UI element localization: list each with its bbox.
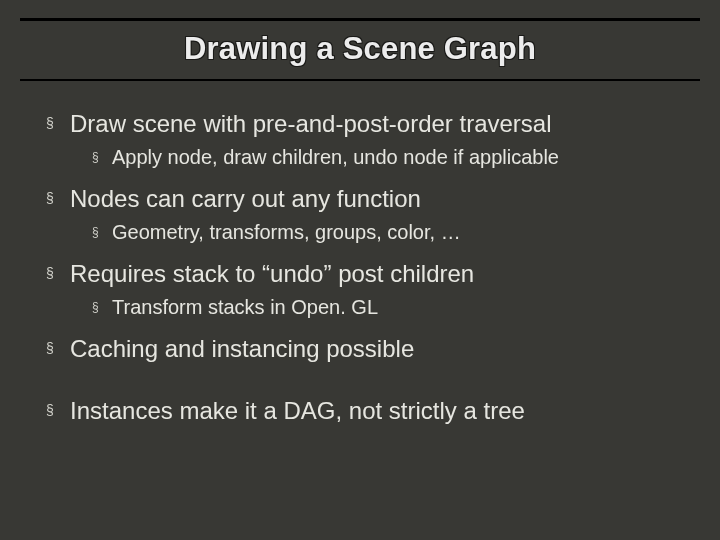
slide-content: § Draw scene with pre-and-post-order tra… [20,109,700,426]
section-icon: § [46,191,56,205]
section-icon: § [92,301,100,313]
list-item-text: Nodes can carry out any function [70,184,421,214]
section-icon: § [46,341,56,355]
list-item-text: Draw scene with pre-and-post-order trave… [70,109,552,139]
list-item-text: Geometry, transforms, groups, color, … [112,220,461,245]
list-item: § Apply node, draw children, undo node i… [28,145,700,170]
section-icon: § [46,403,56,417]
list-item-text: Caching and instancing possible [70,334,414,364]
section-icon: § [92,151,100,163]
list-item: § Draw scene with pre-and-post-order tra… [28,109,700,139]
list-item: § Geometry, transforms, groups, color, … [28,220,700,245]
section-icon: § [92,226,100,238]
list-item-text: Requires stack to “undo” post children [70,259,474,289]
slide-title: Drawing a Scene Graph [20,31,700,67]
list-item: § Requires stack to “undo” post children [28,259,700,289]
list-item: § Caching and instancing possible [28,334,700,364]
section-icon: § [46,116,56,130]
title-block: Drawing a Scene Graph [20,18,700,81]
list-item: § Instances make it a DAG, not strictly … [28,396,700,426]
list-item-text: Apply node, draw children, undo node if … [112,145,559,170]
list-item-text: Instances make it a DAG, not strictly a … [70,396,525,426]
section-icon: § [46,266,56,280]
spacer [28,370,700,382]
list-item: § Nodes can carry out any function [28,184,700,214]
slide: Drawing a Scene Graph § Draw scene with … [0,0,720,540]
list-item-text: Transform stacks in Open. GL [112,295,378,320]
list-item: § Transform stacks in Open. GL [28,295,700,320]
